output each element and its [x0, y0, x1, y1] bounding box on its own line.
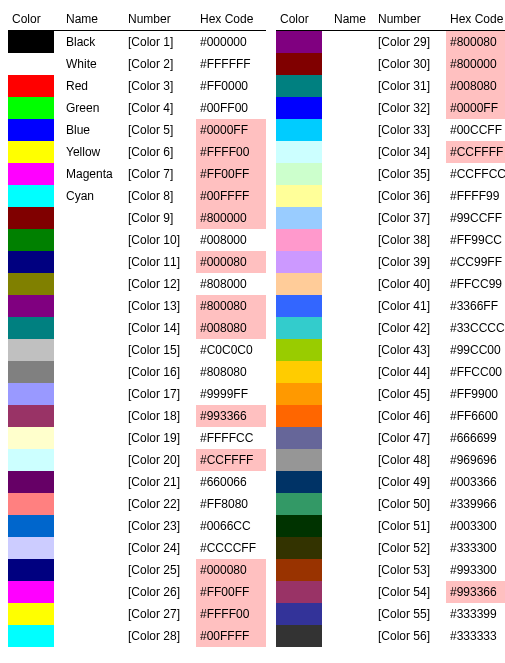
- name-cell: [330, 603, 374, 625]
- name-cell: Red: [62, 75, 124, 97]
- hex-cell: #993366: [446, 581, 505, 603]
- swatch-cell: [8, 53, 62, 75]
- table-row: [Color 28]#00FFFF: [8, 625, 266, 647]
- hex-cell: #CCFFFF: [196, 449, 266, 471]
- swatch-cell: [276, 339, 330, 361]
- name-cell: Yellow: [62, 141, 124, 163]
- name-cell: Blue: [62, 119, 124, 141]
- color-swatch: [276, 119, 322, 141]
- name-cell: [62, 207, 124, 229]
- color-swatch: [8, 537, 54, 559]
- name-cell: [62, 471, 124, 493]
- swatch-cell: [8, 427, 62, 449]
- hex-cell: #339966: [446, 493, 505, 515]
- number-cell: [Color 10]: [124, 229, 196, 251]
- hex-cell: #00FF00: [196, 97, 266, 119]
- number-cell: [Color 11]: [124, 251, 196, 273]
- color-swatch: [276, 163, 322, 185]
- table-row: [Color 14]#008080: [8, 317, 266, 339]
- hex-cell: #33CCCC: [446, 317, 505, 339]
- right-column: Color Name Number Hex Code [Color 29]#80…: [276, 8, 505, 647]
- number-cell: [Color 33]: [374, 119, 446, 141]
- table-row: [Color 41]#3366FF: [276, 295, 505, 317]
- name-cell: [62, 581, 124, 603]
- number-cell: [Color 27]: [124, 603, 196, 625]
- number-cell: [Color 56]: [374, 625, 446, 647]
- number-cell: [Color 7]: [124, 163, 196, 185]
- swatch-cell: [8, 207, 62, 229]
- swatch-cell: [8, 383, 62, 405]
- table-row: [Color 33]#00CCFF: [276, 119, 505, 141]
- swatch-cell: [276, 295, 330, 317]
- color-swatch: [8, 625, 54, 647]
- color-swatch: [8, 515, 54, 537]
- name-cell: [330, 75, 374, 97]
- color-swatch: [8, 383, 54, 405]
- table-row: [Color 47]#666699: [276, 427, 505, 449]
- name-cell: [330, 537, 374, 559]
- color-swatch: [276, 493, 322, 515]
- table-row: [Color 44]#FFCC00: [276, 361, 505, 383]
- number-cell: [Color 36]: [374, 185, 446, 207]
- table-row: [Color 54]#993366: [276, 581, 505, 603]
- table-row: Blue[Color 5]#0000FF: [8, 119, 266, 141]
- color-swatch: [276, 427, 322, 449]
- number-cell: [Color 2]: [124, 53, 196, 75]
- hex-cell: #3366FF: [446, 295, 505, 317]
- color-swatch: [8, 603, 54, 625]
- swatch-cell: [8, 75, 62, 97]
- hex-cell: #800080: [446, 31, 505, 54]
- swatch-cell: [8, 405, 62, 427]
- swatch-cell: [276, 603, 330, 625]
- color-table-right: Color Name Number Hex Code [Color 29]#80…: [276, 8, 505, 647]
- swatch-cell: [8, 603, 62, 625]
- color-swatch: [8, 405, 54, 427]
- name-cell: [62, 405, 124, 427]
- swatch-cell: [276, 559, 330, 581]
- number-cell: [Color 30]: [374, 53, 446, 75]
- table-row: [Color 20]#CCFFFF: [8, 449, 266, 471]
- name-cell: [330, 97, 374, 119]
- name-cell: [62, 493, 124, 515]
- swatch-cell: [276, 449, 330, 471]
- color-swatch: [276, 449, 322, 471]
- name-cell: [330, 405, 374, 427]
- color-swatch: [276, 603, 322, 625]
- header-number: Number: [374, 8, 446, 31]
- swatch-cell: [8, 493, 62, 515]
- color-swatch: [276, 97, 322, 119]
- table-row: [Color 9]#800000: [8, 207, 266, 229]
- hex-cell: #FF9900: [446, 383, 505, 405]
- name-cell: [330, 185, 374, 207]
- color-swatch: [8, 163, 54, 185]
- table-row: [Color 17]#9999FF: [8, 383, 266, 405]
- table-row: [Color 42]#33CCCC: [276, 317, 505, 339]
- table-row: [Color 11]#000080: [8, 251, 266, 273]
- color-swatch: [8, 141, 54, 163]
- name-cell: [330, 361, 374, 383]
- hex-cell: #008000: [196, 229, 266, 251]
- number-cell: [Color 15]: [124, 339, 196, 361]
- name-cell: [330, 515, 374, 537]
- number-cell: [Color 31]: [374, 75, 446, 97]
- name-cell: [62, 295, 124, 317]
- color-swatch: [276, 295, 322, 317]
- name-cell: [330, 471, 374, 493]
- table-row: [Color 38]#FF99CC: [276, 229, 505, 251]
- color-swatch: [8, 251, 54, 273]
- swatch-cell: [8, 515, 62, 537]
- hex-cell: #99CCFF: [446, 207, 505, 229]
- name-cell: [62, 603, 124, 625]
- color-swatch: [8, 229, 54, 251]
- color-swatch: [276, 559, 322, 581]
- number-cell: [Color 1]: [124, 31, 196, 54]
- hex-cell: #969696: [446, 449, 505, 471]
- name-cell: [330, 273, 374, 295]
- table-row: [Color 19]#FFFFCC: [8, 427, 266, 449]
- number-cell: [Color 44]: [374, 361, 446, 383]
- name-cell: [330, 163, 374, 185]
- hex-cell: #000080: [196, 251, 266, 273]
- name-cell: [62, 537, 124, 559]
- swatch-cell: [276, 141, 330, 163]
- number-cell: [Color 21]: [124, 471, 196, 493]
